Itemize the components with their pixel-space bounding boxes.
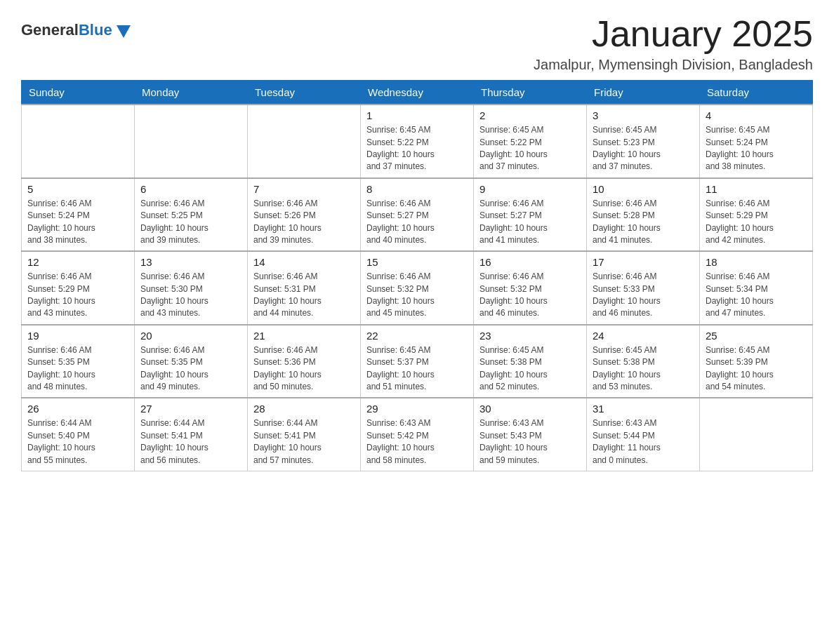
logo: GeneralBlue [21,21,131,39]
day-number: 29 [366,403,468,415]
day-info: Sunrise: 6:45 AM Sunset: 5:22 PM Dayligh… [366,124,468,173]
day-number: 13 [140,256,241,268]
calendar-cell: 29Sunrise: 6:43 AM Sunset: 5:42 PM Dayli… [361,398,474,471]
calendar-cell: 6Sunrise: 6:46 AM Sunset: 5:25 PM Daylig… [135,178,248,252]
calendar-cell: 19Sunrise: 6:46 AM Sunset: 5:35 PM Dayli… [22,325,135,398]
day-number: 16 [479,256,581,268]
logo-triangle-icon [117,25,131,38]
day-info: Sunrise: 6:45 AM Sunset: 5:38 PM Dayligh… [593,344,694,394]
calendar-cell: 11Sunrise: 6:46 AM Sunset: 5:29 PM Dayli… [700,178,813,252]
calendar-cell: 2Sunrise: 6:45 AM Sunset: 5:22 PM Daylig… [474,105,587,178]
calendar-cell [700,398,813,471]
day-info: Sunrise: 6:46 AM Sunset: 5:35 PM Dayligh… [140,344,241,394]
day-number: 6 [140,183,241,195]
day-number: 21 [253,330,355,342]
day-number: 12 [27,256,128,268]
calendar-body: 1Sunrise: 6:45 AM Sunset: 5:22 PM Daylig… [22,105,813,471]
calendar-cell: 24Sunrise: 6:45 AM Sunset: 5:38 PM Dayli… [587,325,700,398]
calendar-cell: 3Sunrise: 6:45 AM Sunset: 5:23 PM Daylig… [587,105,700,178]
day-info: Sunrise: 6:44 AM Sunset: 5:41 PM Dayligh… [140,417,241,467]
day-number: 20 [140,330,241,342]
day-info: Sunrise: 6:45 AM Sunset: 5:37 PM Dayligh… [366,344,468,394]
day-info: Sunrise: 6:46 AM Sunset: 5:26 PM Dayligh… [253,198,355,247]
day-info: Sunrise: 6:44 AM Sunset: 5:41 PM Dayligh… [253,417,355,467]
day-info: Sunrise: 6:45 AM Sunset: 5:24 PM Dayligh… [706,124,807,173]
weekday-header-row: SundayMondayTuesdayWednesdayThursdayFrid… [22,81,813,105]
calendar-cell: 5Sunrise: 6:46 AM Sunset: 5:24 PM Daylig… [22,178,135,252]
calendar-cell: 30Sunrise: 6:43 AM Sunset: 5:43 PM Dayli… [474,398,587,471]
day-info: Sunrise: 6:43 AM Sunset: 5:44 PM Dayligh… [593,417,694,467]
day-number: 22 [366,330,468,342]
day-info: Sunrise: 6:46 AM Sunset: 5:29 PM Dayligh… [706,198,807,247]
calendar-cell: 1Sunrise: 6:45 AM Sunset: 5:22 PM Daylig… [361,105,474,178]
day-info: Sunrise: 6:45 AM Sunset: 5:39 PM Dayligh… [706,344,807,394]
day-info: Sunrise: 6:46 AM Sunset: 5:28 PM Dayligh… [593,198,694,247]
day-info: Sunrise: 6:46 AM Sunset: 5:32 PM Dayligh… [366,271,468,320]
calendar-cell: 7Sunrise: 6:46 AM Sunset: 5:26 PM Daylig… [248,178,361,252]
weekday-header-monday: Monday [135,81,248,105]
title-section: January 2025 Jamalpur, Mymensingh Divisi… [534,14,813,73]
day-number: 15 [366,256,468,268]
calendar-cell: 26Sunrise: 6:44 AM Sunset: 5:40 PM Dayli… [22,398,135,471]
day-info: Sunrise: 6:46 AM Sunset: 5:34 PM Dayligh… [706,271,807,320]
weekday-header-wednesday: Wednesday [361,81,474,105]
day-info: Sunrise: 6:46 AM Sunset: 5:35 PM Dayligh… [27,344,128,394]
weekday-header-thursday: Thursday [474,81,587,105]
calendar-cell: 12Sunrise: 6:46 AM Sunset: 5:29 PM Dayli… [22,251,135,325]
calendar-week-3: 12Sunrise: 6:46 AM Sunset: 5:29 PM Dayli… [22,251,813,325]
weekday-header-saturday: Saturday [700,81,813,105]
month-title: January 2025 [534,14,813,54]
calendar-week-4: 19Sunrise: 6:46 AM Sunset: 5:35 PM Dayli… [22,325,813,398]
day-info: Sunrise: 6:46 AM Sunset: 5:36 PM Dayligh… [253,344,355,394]
calendar-cell: 22Sunrise: 6:45 AM Sunset: 5:37 PM Dayli… [361,325,474,398]
day-info: Sunrise: 6:46 AM Sunset: 5:25 PM Dayligh… [140,198,241,247]
calendar-cell: 16Sunrise: 6:46 AM Sunset: 5:32 PM Dayli… [474,251,587,325]
day-number: 9 [479,183,581,195]
day-number: 28 [253,403,355,415]
day-info: Sunrise: 6:46 AM Sunset: 5:30 PM Dayligh… [140,271,241,320]
calendar-week-2: 5Sunrise: 6:46 AM Sunset: 5:24 PM Daylig… [22,178,813,252]
day-info: Sunrise: 6:44 AM Sunset: 5:40 PM Dayligh… [27,417,128,467]
calendar-cell: 13Sunrise: 6:46 AM Sunset: 5:30 PM Dayli… [135,251,248,325]
day-number: 30 [479,403,581,415]
day-info: Sunrise: 6:46 AM Sunset: 5:33 PM Dayligh… [593,271,694,320]
day-number: 17 [593,256,694,268]
day-number: 25 [706,330,807,342]
logo-text: GeneralBlue [21,21,112,39]
day-info: Sunrise: 6:45 AM Sunset: 5:23 PM Dayligh… [593,124,694,173]
calendar-cell: 20Sunrise: 6:46 AM Sunset: 5:35 PM Dayli… [135,325,248,398]
day-info: Sunrise: 6:46 AM Sunset: 5:27 PM Dayligh… [479,198,581,247]
day-number: 23 [479,330,581,342]
day-number: 2 [479,109,581,121]
calendar-header: SundayMondayTuesdayWednesdayThursdayFrid… [22,81,813,105]
calendar-week-5: 26Sunrise: 6:44 AM Sunset: 5:40 PM Dayli… [22,398,813,471]
day-info: Sunrise: 6:46 AM Sunset: 5:31 PM Dayligh… [253,271,355,320]
day-info: Sunrise: 6:46 AM Sunset: 5:32 PM Dayligh… [479,271,581,320]
weekday-header-friday: Friday [587,81,700,105]
weekday-header-tuesday: Tuesday [248,81,361,105]
calendar-cell: 8Sunrise: 6:46 AM Sunset: 5:27 PM Daylig… [361,178,474,252]
day-info: Sunrise: 6:45 AM Sunset: 5:38 PM Dayligh… [479,344,581,394]
day-number: 8 [366,183,468,195]
calendar-cell: 25Sunrise: 6:45 AM Sunset: 5:39 PM Dayli… [700,325,813,398]
day-number: 14 [253,256,355,268]
weekday-header-sunday: Sunday [22,81,135,105]
calendar-cell: 31Sunrise: 6:43 AM Sunset: 5:44 PM Dayli… [587,398,700,471]
calendar-cell [135,105,248,178]
location-subtitle: Jamalpur, Mymensingh Division, Banglades… [534,57,813,73]
calendar-cell: 28Sunrise: 6:44 AM Sunset: 5:41 PM Dayli… [248,398,361,471]
calendar-cell: 10Sunrise: 6:46 AM Sunset: 5:28 PM Dayli… [587,178,700,252]
calendar-cell: 21Sunrise: 6:46 AM Sunset: 5:36 PM Dayli… [248,325,361,398]
day-number: 27 [140,403,241,415]
day-number: 24 [593,330,694,342]
calendar-cell: 4Sunrise: 6:45 AM Sunset: 5:24 PM Daylig… [700,105,813,178]
day-info: Sunrise: 6:46 AM Sunset: 5:24 PM Dayligh… [27,198,128,247]
day-info: Sunrise: 6:46 AM Sunset: 5:27 PM Dayligh… [366,198,468,247]
day-number: 1 [366,109,468,121]
day-number: 4 [706,109,807,121]
calendar-cell: 9Sunrise: 6:46 AM Sunset: 5:27 PM Daylig… [474,178,587,252]
day-info: Sunrise: 6:43 AM Sunset: 5:42 PM Dayligh… [366,417,468,467]
day-info: Sunrise: 6:43 AM Sunset: 5:43 PM Dayligh… [479,417,581,467]
day-number: 18 [706,256,807,268]
calendar-cell [248,105,361,178]
